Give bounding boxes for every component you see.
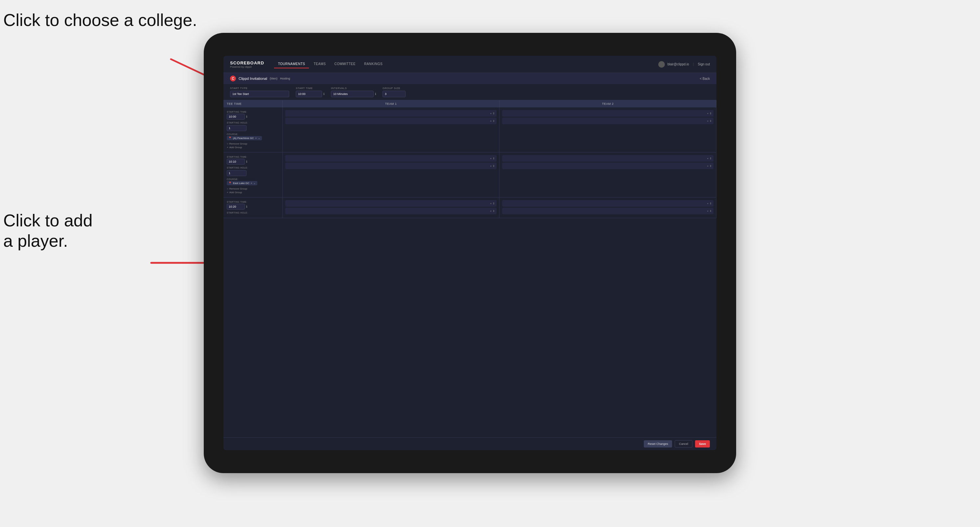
slot-x[interactable]: × <box>490 202 492 205</box>
team2-col-1: × ⇕ × ⇕ <box>500 108 716 152</box>
player-slot[interactable]: × ⇕ <box>285 117 496 124</box>
group-size-select[interactable]: 3 <box>383 90 406 97</box>
slot-arrows[interactable]: ⇕ <box>493 112 495 115</box>
slot-arrows[interactable]: ⇕ <box>493 165 495 168</box>
add-group-btn-1[interactable]: + Add Group <box>227 146 279 149</box>
start-type-label: Start Type <box>230 87 289 90</box>
starting-time-label-2: STARTING TIME: <box>227 156 279 158</box>
header-right: blair@clippd.io | Sign out <box>658 61 710 68</box>
player-slot[interactable]: × ⇕ <box>502 200 713 207</box>
player-slot[interactable]: × ⇕ <box>285 208 496 214</box>
starting-hole-label-1: STARTING HOLE: <box>227 122 279 124</box>
time-input-1[interactable] <box>227 114 245 120</box>
reset-button[interactable]: Reset Changes <box>644 440 672 448</box>
start-time-input[interactable] <box>296 90 322 97</box>
slot-x[interactable]: × <box>490 210 492 213</box>
slot-arrows[interactable]: ⇕ <box>710 112 712 115</box>
brand-title: SCOREBOARD <box>230 60 264 65</box>
remove-group-btn-2[interactable]: ○ Remove Group <box>227 187 279 190</box>
cancel-button[interactable]: Cancel <box>675 440 692 448</box>
hole-select-2[interactable]: 1 <box>227 170 247 176</box>
course-chevron-2[interactable]: ⌄ <box>253 182 256 185</box>
back-button[interactable]: < Back <box>700 77 710 81</box>
slot-x[interactable]: × <box>707 202 708 205</box>
slot-arrows[interactable]: ⇕ <box>493 210 495 213</box>
tab-tournaments[interactable]: TOURNAMENTS <box>274 60 309 68</box>
tee-left-2: STARTING TIME: ℹ STARTING HOLE: 1 COURSE… <box>223 152 283 197</box>
slot-arrows[interactable]: ⇕ <box>710 120 712 122</box>
brand: SCOREBOARD Powered by clippd <box>230 60 264 68</box>
save-button[interactable]: Save <box>695 440 710 448</box>
slot-x[interactable]: × <box>707 112 708 115</box>
course-label-2: COURSE: <box>227 178 279 180</box>
slot-x[interactable]: × <box>490 120 492 122</box>
slot-x[interactable]: × <box>707 210 708 213</box>
add-group-btn-2[interactable]: + Add Group <box>227 191 279 194</box>
remove-group-btn-1[interactable]: ○ Remove Group <box>227 142 279 145</box>
main-content[interactable]: STARTING TIME: ℹ STARTING HOLE: 1 COURSE… <box>223 108 716 437</box>
player-slot[interactable]: × ⇕ <box>502 163 713 169</box>
th-team2: Team 2 <box>500 100 716 108</box>
brand-sub: Powered by clippd <box>230 65 264 68</box>
slot-arrows[interactable]: ⇕ <box>710 165 712 168</box>
sub-header: C Clippd Invitational (Men) Hosting < Ba… <box>223 73 716 84</box>
player-slot[interactable]: × ⇕ <box>502 110 713 117</box>
tab-rankings[interactable]: RANKINGS <box>360 60 387 68</box>
sign-out-link[interactable]: Sign out <box>698 62 710 66</box>
slot-actions: × ⇕ <box>490 112 495 115</box>
slot-arrows[interactable]: ⇕ <box>710 157 712 160</box>
starting-hole-label-2: STARTING HOLE: <box>227 167 279 169</box>
time-input-row-2: ℹ <box>227 159 279 165</box>
course-tag-1[interactable]: 📍 (A) Peachtree GC × ⌄ <box>227 136 262 140</box>
player-slot[interactable]: × ⇕ <box>502 208 713 214</box>
slot-arrows[interactable]: ⇕ <box>493 157 495 160</box>
slot-x[interactable]: × <box>707 120 708 122</box>
group-actions-1: ○ Remove Group + Add Group <box>227 142 279 149</box>
slot-x[interactable]: × <box>490 112 492 115</box>
group-size-label: Group Size <box>383 87 406 90</box>
time-input-row-3: ℹ <box>227 204 279 210</box>
player-slot[interactable]: × ⇕ <box>285 110 496 117</box>
course-remove-2[interactable]: × <box>251 182 252 185</box>
intervals-group: Intervals 10 Minutes ℹ <box>331 87 376 97</box>
start-type-select[interactable]: 1st Tee Start <box>230 90 289 97</box>
hole-select-1[interactable]: 1 <box>227 125 247 131</box>
slot-arrows[interactable]: ⇕ <box>710 210 712 213</box>
tournament-gender: (Men) <box>270 77 278 80</box>
annotation-college-text: Click to choose a college. <box>3 11 197 30</box>
course-remove-1[interactable]: × <box>255 137 257 140</box>
slot-arrows[interactable]: ⇕ <box>493 120 495 122</box>
player-slot[interactable]: × ⇕ <box>502 117 713 124</box>
remove-group-label-1: Remove Group <box>229 142 247 145</box>
slot-x[interactable]: × <box>490 157 492 160</box>
slot-x[interactable]: × <box>707 165 708 168</box>
tab-committee[interactable]: COMMITTEE <box>330 60 360 68</box>
time-input-3[interactable] <box>227 204 245 210</box>
remove-icon-2: ○ <box>227 187 228 190</box>
slot-actions: × ⇕ <box>490 210 495 213</box>
team2-col-3: × ⇕ × ⇕ <box>500 197 716 218</box>
table-header: Tee Time Team 1 Team 2 <box>223 100 716 108</box>
time-input-2[interactable] <box>227 159 245 165</box>
player-slot[interactable]: × ⇕ <box>502 155 713 162</box>
slot-arrows[interactable]: ⇕ <box>710 202 712 205</box>
slot-x[interactable]: × <box>490 165 492 168</box>
user-email: blair@clippd.io <box>667 62 689 66</box>
time-input-row-1: ℹ <box>227 114 279 120</box>
tab-teams[interactable]: TEAMS <box>310 60 329 68</box>
player-slot[interactable]: × ⇕ <box>285 200 496 207</box>
th-team1: Team 1 <box>283 100 500 108</box>
hosting-badge: Hosting <box>280 77 290 80</box>
add-group-label-1: Add Group <box>229 146 242 149</box>
slot-x[interactable]: × <box>707 157 708 160</box>
player-slot[interactable]: × ⇕ <box>285 155 496 162</box>
course-name-1: (A) Peachtree GC <box>233 137 254 140</box>
course-tag-2[interactable]: 📍 East Lake GC × ⌄ <box>227 181 257 185</box>
team1-col-1: × ⇕ × ⇕ <box>283 108 500 152</box>
course-chevron-1[interactable]: ⌄ <box>258 137 260 140</box>
slot-arrows[interactable]: ⇕ <box>493 202 495 205</box>
tee-row: STARTING TIME: ℹ STARTING HOLE: × ⇕ <box>223 197 716 218</box>
tournament-title: C Clippd Invitational (Men) Hosting <box>230 76 290 81</box>
player-slot[interactable]: × ⇕ <box>285 163 496 169</box>
intervals-select[interactable]: 10 Minutes <box>331 90 374 97</box>
